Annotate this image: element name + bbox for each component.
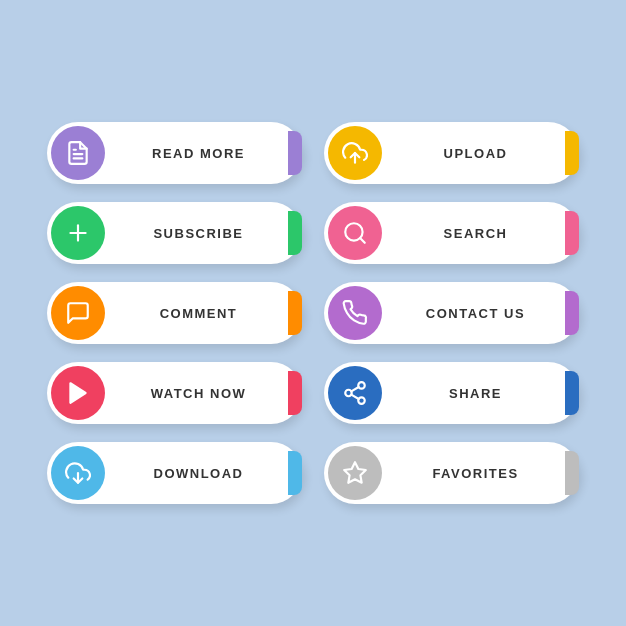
share-icon xyxy=(328,366,382,420)
plus-icon xyxy=(51,206,105,260)
svg-marker-15 xyxy=(344,462,366,483)
download-icon xyxy=(51,446,105,500)
share-label: SHARE xyxy=(382,386,579,401)
favorites-button[interactable]: FAVORITES xyxy=(324,442,579,504)
search-icon xyxy=(328,206,382,260)
read-more-button[interactable]: READ MORE xyxy=(47,122,302,184)
comment-label: COMMENT xyxy=(105,306,302,321)
contact-us-label: CONTACT US xyxy=(382,306,579,321)
svg-line-12 xyxy=(351,395,358,399)
search-label: SEARCH xyxy=(382,226,579,241)
watch-now-button[interactable]: WATCH NOW xyxy=(47,362,302,424)
subscribe-label: SUBSCRIBE xyxy=(105,226,302,241)
svg-line-13 xyxy=(351,387,358,391)
search-button[interactable]: SEARCH xyxy=(324,202,579,264)
button-grid: READ MOREUPLOADSUBSCRIBESEARCHCOMMENTCON… xyxy=(27,102,599,524)
chat-icon xyxy=(51,286,105,340)
svg-marker-8 xyxy=(70,383,85,403)
read-more-label: READ MORE xyxy=(105,146,302,161)
upload-icon xyxy=(328,126,382,180)
star-icon xyxy=(328,446,382,500)
contact-us-button[interactable]: CONTACT US xyxy=(324,282,579,344)
phone-icon xyxy=(328,286,382,340)
comment-button[interactable]: COMMENT xyxy=(47,282,302,344)
play-icon xyxy=(51,366,105,420)
upload-button[interactable]: UPLOAD xyxy=(324,122,579,184)
favorites-label: FAVORITES xyxy=(382,466,579,481)
document-icon xyxy=(51,126,105,180)
share-button[interactable]: SHARE xyxy=(324,362,579,424)
watch-now-label: WATCH NOW xyxy=(105,386,302,401)
upload-label: UPLOAD xyxy=(382,146,579,161)
subscribe-button[interactable]: SUBSCRIBE xyxy=(47,202,302,264)
download-label: DOWNLOAD xyxy=(105,466,302,481)
svg-line-7 xyxy=(360,238,365,243)
download-button[interactable]: DOWNLOAD xyxy=(47,442,302,504)
